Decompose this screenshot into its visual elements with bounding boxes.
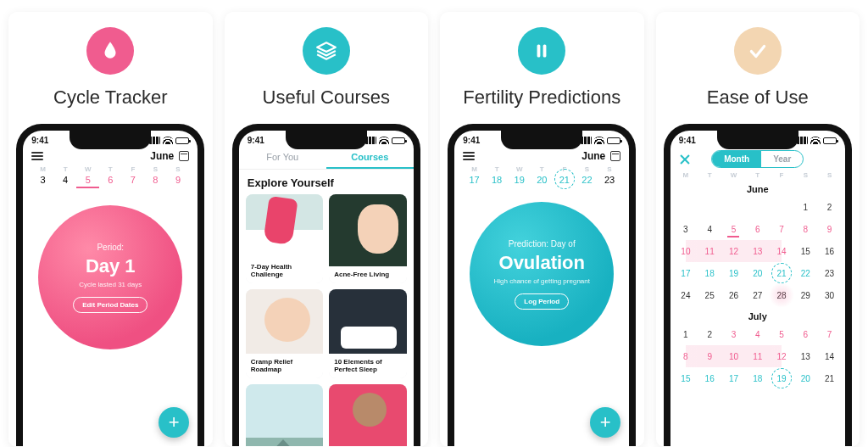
feature-title: Fertility Predictions <box>463 87 620 109</box>
calendar-icon[interactable] <box>179 151 189 161</box>
close-icon[interactable] <box>679 154 691 165</box>
month-grid[interactable]: 1234567891011121314151617181920212223242… <box>670 196 845 306</box>
course-title: Cramp Relief Roadmap <box>246 354 324 378</box>
menu-icon[interactable] <box>463 152 475 160</box>
course-card[interactable]: Cramp Relief Roadmap <box>246 289 324 378</box>
log-period-button[interactable]: Log Period <box>515 293 569 310</box>
section-heading: Explore Yourself <box>239 170 414 194</box>
tab-for-you[interactable]: For You <box>239 147 326 169</box>
feature-panel-courses: Useful Courses 9:41 For You Courses Expl… <box>225 12 429 447</box>
feature-panel-fertility: Fertility Predictions 9:41 June MTWTFSS … <box>440 12 644 447</box>
circle-label: Prediction: Day of <box>509 239 576 249</box>
app-header: June <box>23 147 198 165</box>
plus-icon: + <box>169 411 180 433</box>
notch <box>70 131 151 149</box>
status-time: 9:41 <box>248 136 264 145</box>
phone-mock-tracker: 9:41 June MTWTFSS 3456789 Period: Day 1 <box>16 124 204 446</box>
feature-title: Ease of Use <box>707 87 809 109</box>
calendar-header: Month Year <box>670 147 845 171</box>
tab-courses[interactable]: Courses <box>326 147 414 169</box>
feature-title: Useful Courses <box>263 87 390 109</box>
seg-month[interactable]: Month <box>712 151 761 167</box>
calendar-body[interactable]: June123456789101112131415161718192021222… <box>670 179 845 389</box>
current-month: June <box>581 150 605 162</box>
circle-main: Ovulation <box>499 252 585 274</box>
course-title: Acne-Free Living <box>329 266 407 283</box>
notch <box>717 131 798 149</box>
course-grid: 7-Day Health Challenge Acne-Free Living … <box>239 194 414 446</box>
wifi-icon <box>163 137 173 144</box>
status-time: 9:41 <box>679 136 696 145</box>
circle-sub: Cycle lasted 31 days <box>79 281 142 288</box>
phone-mock-courses: 9:41 For You Courses Explore Yourself 7-… <box>232 124 420 446</box>
current-month: June <box>150 150 174 162</box>
month-grid[interactable]: 123456789101112131415161718192021 <box>670 323 845 389</box>
add-fab[interactable]: + <box>159 407 189 438</box>
course-title: 7-Day Health Challenge <box>246 259 324 283</box>
app-header: June <box>454 147 629 165</box>
pause-icon <box>518 27 565 75</box>
phone-mock-fertility: 9:41 June MTWTFSS 17181920212223 Predict… <box>448 124 636 446</box>
feature-panel-ease: Ease of Use 9:41 Month Year MTWTFSS June… <box>656 12 860 447</box>
svg-rect-1 <box>543 44 547 57</box>
fertility-summary-circle: Prediction: Day of Ovulation High chance… <box>470 202 614 346</box>
circle-main: Day 1 <box>86 255 136 277</box>
course-card[interactable]: 10 Elements of Perfect Sleep <box>329 289 407 378</box>
course-tabs: For You Courses <box>239 147 414 170</box>
feature-panel-tracker: Cycle Tracker 9:41 June MTWTFSS 3456789 <box>8 12 213 447</box>
course-card[interactable] <box>246 384 324 446</box>
notch <box>501 131 582 149</box>
plus-icon: + <box>600 411 611 433</box>
add-fab[interactable]: + <box>590 407 620 438</box>
month-label: July <box>670 306 845 323</box>
cycle-summary-circle: Period: Day 1 Cycle lasted 31 days Edit … <box>38 205 182 349</box>
battery-icon <box>175 137 189 144</box>
status-time: 9:41 <box>463 136 480 145</box>
week-dates[interactable]: 3456789 <box>23 173 198 193</box>
drop-icon <box>86 27 134 75</box>
seg-year[interactable]: Year <box>761 151 803 167</box>
edit-period-button[interactable]: Edit Period Dates <box>73 297 147 313</box>
feature-title: Cycle Tracker <box>53 87 167 109</box>
calendar-icon[interactable] <box>610 151 620 161</box>
circle-sub: High chance of getting pregnant <box>494 277 590 285</box>
status-icons <box>149 137 189 144</box>
check-icon <box>734 27 782 75</box>
course-title: 10 Elements of Perfect Sleep <box>329 354 407 378</box>
phone-mock-calendar: 9:41 Month Year MTWTFSS June123456789101… <box>664 124 852 446</box>
stack-icon <box>303 27 350 75</box>
weekday-row: MTWTFSS <box>454 165 629 173</box>
weekday-row: MTWTFSS <box>670 171 845 179</box>
month-label: June <box>670 179 845 196</box>
view-segmented[interactable]: Month Year <box>711 150 804 168</box>
circle-label: Period: <box>97 243 124 252</box>
menu-icon[interactable] <box>31 152 43 160</box>
course-card[interactable]: 7-Day Health Challenge <box>246 194 324 283</box>
course-card[interactable]: Acne-Free Living <box>329 194 407 283</box>
week-dates[interactable]: 17181920212223 <box>454 173 629 190</box>
status-time: 9:41 <box>31 136 48 145</box>
notch <box>286 131 367 149</box>
course-card[interactable] <box>329 384 407 446</box>
svg-rect-0 <box>537 44 541 57</box>
showcase-stage: Cycle Tracker 9:41 June MTWTFSS 3456789 <box>0 0 868 447</box>
weekday-row: MTWTFSS <box>23 165 198 173</box>
